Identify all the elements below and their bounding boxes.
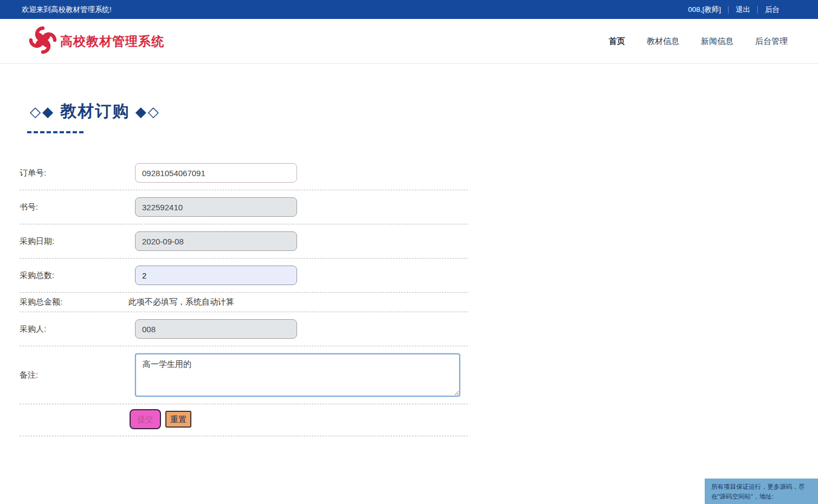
total-amount-label: 采购总金额: [20, 297, 135, 307]
nav-home[interactable]: 首页 [609, 36, 625, 47]
order-form: 订单号: 书号: 采购日期: 采购总数: 采购总金额: 此项不必填写，系统自动计… [20, 156, 468, 436]
book-no-input[interactable] [135, 197, 297, 217]
purchase-date-input[interactable] [135, 231, 297, 251]
remarks-textarea[interactable]: 高一学生用的 [135, 353, 460, 397]
admin-link[interactable]: 后台 [758, 5, 787, 15]
total-qty-input[interactable] [135, 266, 297, 285]
footer-source-badge: 所有项目保证运行，更多源码，尽在"源码空间站"，地址: www.shuyue.f… [705, 479, 818, 504]
remarks-label: 备注: [20, 370, 135, 380]
submit-button[interactable]: 提交 [130, 409, 161, 429]
total-amount-note: 此项不必填写，系统自动计算 [128, 297, 234, 307]
page-title: ◇◆ 教材订购 ◆◇ [30, 100, 818, 122]
form-row-order-no: 订单号: [20, 156, 468, 190]
title-deco-right: ◆◇ [136, 104, 160, 120]
reset-button[interactable]: 重置 [165, 411, 191, 428]
main-nav: 首页 教材信息 新闻信息 后台管理 [609, 36, 788, 47]
footer-text: 所有项目保证运行，更多源码，尽在"源码空间站"，地址: www.shuyue.f… [711, 483, 805, 504]
page-title-text: 教材订购 [60, 102, 130, 120]
purchase-date-label: 采购日期: [20, 236, 135, 247]
current-user[interactable]: 008,[教师] [688, 5, 728, 15]
nav-news-info[interactable]: 新闻信息 [701, 36, 733, 47]
main-content: ◇◆ 教材订购 ◆◇ 订单号: 书号: 采购日期: 采购总数: 采购总金额: 此… [0, 100, 818, 436]
form-row-buttons: 提交 重置 [20, 404, 468, 436]
form-row-purchaser: 采购人: [20, 312, 468, 346]
book-no-label: 书号: [20, 202, 135, 212]
header: 高校教材管理系统 首页 教材信息 新闻信息 后台管理 [0, 19, 818, 64]
welcome-message: 欢迎来到高校教材管理系统! [22, 5, 112, 15]
purchaser-input[interactable] [135, 319, 297, 339]
order-no-input[interactable] [135, 163, 297, 183]
form-row-total-qty: 采购总数: [20, 259, 468, 293]
form-row-book-no: 书号: [20, 190, 468, 224]
form-row-total-amount: 采购总金额: 此项不必填写，系统自动计算 [20, 293, 468, 312]
topbar-user-area: 008,[教师] 退出 后台 [688, 5, 787, 15]
form-row-remarks: 备注: 高一学生用的 [20, 346, 468, 404]
topbar: 欢迎来到高校教材管理系统! 008,[教师] 退出 后台 [0, 0, 818, 19]
title-deco-left: ◇◆ [30, 104, 55, 120]
title-underline [27, 131, 83, 133]
purchaser-label: 采购人: [20, 324, 135, 334]
nav-textbook-info[interactable]: 教材信息 [647, 36, 679, 47]
order-no-label: 订单号: [20, 168, 135, 178]
total-qty-label: 采购总数: [20, 270, 135, 281]
brand-title: 高校教材管理系统 [60, 33, 164, 50]
knot-logo-icon [27, 24, 59, 58]
brand-logo[interactable]: 高校教材管理系统 [27, 24, 164, 58]
form-row-purchase-date: 采购日期: [20, 224, 468, 259]
logout-link[interactable]: 退出 [729, 5, 757, 15]
nav-backend-admin[interactable]: 后台管理 [755, 36, 788, 47]
